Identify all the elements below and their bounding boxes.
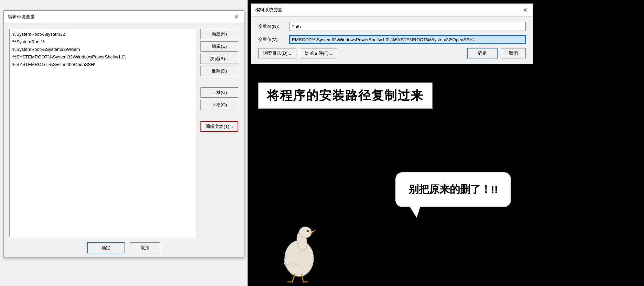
goose-container (275, 207, 323, 283)
edit-sys-var-dialog: 编辑系统变量 ✕ 变量名(N): 变量值(V): 浏览目录(D)... 浏览文件… (251, 3, 533, 64)
move-up-button[interactable]: 上移(U) (200, 87, 238, 98)
list-item: %SystemRoot%\system32 (12, 31, 194, 38)
left-dialog-titlebar: 编辑环境变量 ✕ (4, 11, 244, 23)
left-dialog-footer: 确定 取消 (4, 238, 244, 257)
delete-button[interactable]: 删除(D) (200, 66, 238, 76)
list-item: %SYSTEMROOT%\System32\OpenSSH\ (12, 61, 194, 68)
spacer (200, 112, 238, 119)
right-dialog-close-button[interactable]: ✕ (522, 7, 528, 13)
right-dialog-content: 变量名(N): 变量值(V): 浏览目录(D)... 浏览文件(F)... 确定… (251, 16, 533, 64)
browse-dir-button[interactable]: 浏览目录(D)... (258, 48, 296, 58)
left-cancel-button[interactable]: 取消 (130, 242, 160, 253)
list-item: %SystemRoot% (12, 38, 194, 46)
env-var-listbox[interactable]: %SystemRoot%\system32 %SystemRoot% %Syst… (9, 29, 196, 237)
var-value-row: 变量值(V): (258, 35, 526, 44)
edit-button[interactable]: 编辑(E) (200, 41, 238, 52)
left-dialog-close-button[interactable]: ✕ (233, 13, 240, 20)
svg-point-5 (308, 230, 308, 231)
right-dialog-browse-btns: 浏览目录(D)... 浏览文件(F)... 确定 取消 (258, 48, 526, 58)
left-dialog-content: %SystemRoot%\system32 %SystemRoot% %Syst… (4, 23, 244, 243)
edit-env-var-dialog: 编辑环境变量 ✕ %SystemRoot%\system32 %SystemRo… (3, 10, 244, 258)
right-cancel-button[interactable]: 取消 (501, 48, 526, 58)
svg-marker-3 (311, 230, 316, 233)
var-name-label: 变量名(N): (258, 23, 286, 30)
svg-point-2 (299, 227, 312, 238)
new-button[interactable]: 新建(N) (200, 29, 238, 39)
right-panel: 编辑系统变量 ✕ 变量名(N): 变量值(V): 浏览目录(D)... 浏览文件… (248, 0, 644, 286)
browse-button[interactable]: 浏览(B)... (200, 54, 238, 64)
left-dialog-buttons: 新建(N) 编辑(E) 浏览(B)... 删除(D) 上移(U) 下移(O) 编… (200, 29, 238, 237)
right-ok-button[interactable]: 确定 (467, 48, 498, 58)
var-value-label: 变量值(V): (258, 36, 286, 43)
edit-text-button[interactable]: 编辑文本(T)... (200, 121, 238, 132)
var-value-input[interactable] (289, 35, 526, 44)
spacer (200, 78, 238, 85)
instruction-text: 将程序的安装路径复制过来 (258, 82, 433, 109)
left-dialog-title: 编辑环境变量 (8, 14, 35, 20)
right-dialog-title: 编辑系统变量 (255, 7, 282, 13)
svg-point-4 (307, 230, 309, 232)
speech-bubble-text: 别把原来的删了！!! (408, 184, 498, 195)
goose-icon (275, 207, 323, 283)
list-item: %SYSTEMROOT%\System32\WindowsPowerShell\… (12, 53, 194, 61)
left-panel: 编辑环境变量 ✕ %SystemRoot%\system32 %SystemRo… (0, 0, 248, 286)
var-name-row: 变量名(N): (258, 22, 526, 31)
move-down-button[interactable]: 下移(O) (200, 100, 238, 110)
speech-bubble: 别把原来的删了！!! (395, 172, 511, 207)
left-ok-button[interactable]: 确定 (87, 242, 124, 253)
browse-file-button[interactable]: 浏览文件(F)... (300, 48, 337, 58)
list-item: %SystemRoot%\System32\Wbem (12, 46, 194, 53)
right-dialog-titlebar: 编辑系统变量 ✕ (251, 4, 533, 16)
var-name-input[interactable] (289, 22, 526, 31)
